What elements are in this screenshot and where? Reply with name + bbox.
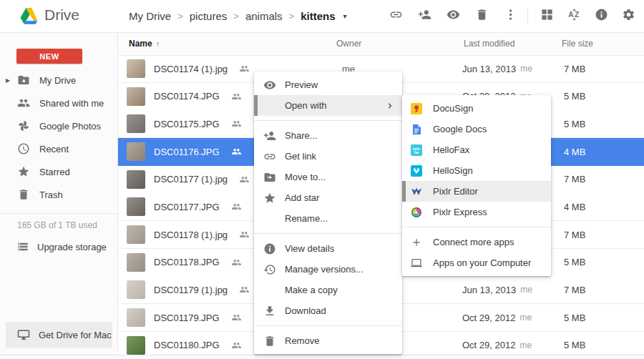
- menu-divider: [254, 233, 402, 234]
- menu-item-hellosign[interactable]: HelloSign: [402, 160, 551, 181]
- menu-item-label: Make a copy: [285, 285, 338, 295]
- breadcrumb-separator: >: [177, 11, 183, 21]
- info-button[interactable]: [587, 0, 615, 32]
- file-thumbnail: [127, 142, 145, 161]
- history-icon: [263, 263, 276, 276]
- grid-view-button[interactable]: [533, 0, 560, 32]
- sidebar-item-google-photos[interactable]: Google Photos: [0, 114, 117, 137]
- file-last-modified: Jun 13, 2013me: [462, 276, 532, 303]
- file-name: DSC01179 (1).jpg: [154, 285, 228, 295]
- sidebar-items: ▶My DriveShared with meGoogle PhotosRece…: [0, 69, 117, 206]
- menu-item-make-a-copy[interactable]: Make a copy: [254, 280, 402, 300]
- file-thumbnail: [127, 170, 145, 189]
- column-header-last-modified[interactable]: Last modified: [464, 32, 514, 55]
- file-size: 4 MB: [564, 193, 585, 220]
- info-icon: [595, 8, 608, 24]
- file-name-cell: DSC01179.JPG: [154, 304, 242, 331]
- menu-item-view-details[interactable]: View details: [254, 238, 402, 259]
- file-size: 7 MB: [564, 166, 585, 193]
- expand-arrow-icon[interactable]: ▶: [6, 77, 10, 84]
- column-header-owner[interactable]: Owner: [336, 32, 361, 55]
- menu-item-label: HelloSign: [433, 165, 473, 176]
- column-header-file-size[interactable]: File size: [562, 32, 593, 55]
- menu-item-connect-more-apps[interactable]: Connect more apps: [402, 232, 551, 252]
- breadcrumb-item[interactable]: pictures: [190, 10, 228, 22]
- clock-icon: [17, 142, 30, 155]
- folder-dropdown-caret-icon[interactable]: ▾: [343, 12, 347, 20]
- modified-by: me: [519, 313, 532, 323]
- people-icon: [17, 97, 30, 109]
- column-header-name[interactable]: Name ↑: [129, 32, 160, 55]
- shared-people-icon: [231, 202, 242, 212]
- menu-item-docusign[interactable]: DocuSign: [402, 98, 551, 119]
- icon-spacer: [263, 99, 276, 112]
- breadcrumb-separator: >: [233, 11, 239, 21]
- person-add-button[interactable]: [410, 0, 439, 32]
- file-name-cell: DSC01176.JPG: [154, 138, 242, 165]
- file-name: DSC01180.JPG: [154, 340, 220, 350]
- hellofax-icon: hellofax: [411, 144, 422, 156]
- new-button[interactable]: NEW: [16, 49, 82, 64]
- star-icon: [17, 165, 30, 178]
- file-name-cell: DSC01177 (1).jpg: [154, 166, 250, 193]
- menu-item-get-link[interactable]: Get link: [254, 146, 402, 167]
- sidebar-item-upgrade-storage[interactable]: Upgrade storage: [0, 235, 117, 258]
- breadcrumb-item[interactable]: animals: [245, 10, 283, 22]
- menu-item-apps-on-your-computer[interactable]: Apps on your Computer: [402, 252, 551, 273]
- person-add-icon: [418, 8, 431, 24]
- breadcrumb-current-folder[interactable]: kittens: [301, 10, 335, 22]
- sidebar-item-recent[interactable]: Recent: [0, 137, 117, 160]
- menu-item-open-with[interactable]: Open with: [254, 95, 402, 116]
- info-icon: [263, 242, 276, 255]
- menu-item-remove[interactable]: Remove: [254, 330, 402, 351]
- file-size: 5 MB: [564, 83, 585, 110]
- storage-usage-text: 165 GB of 1 TB used: [17, 220, 97, 230]
- sidebar-item-starred[interactable]: Starred: [0, 160, 117, 183]
- file-size: 5 MB: [564, 304, 585, 331]
- settings-button[interactable]: [615, 0, 642, 32]
- menu-item-download[interactable]: Download: [254, 300, 402, 321]
- menu-item-label: DocuSign: [433, 103, 473, 114]
- more-vert-button[interactable]: [496, 0, 525, 32]
- file-thumbnail: [127, 59, 145, 78]
- shared-people-icon: [231, 313, 242, 323]
- get-drive-button[interactable]: Get Drive for Mac: [6, 322, 112, 348]
- trash-icon: [263, 335, 276, 348]
- file-name: DSC01176.JPG: [154, 147, 220, 157]
- modified-by: me: [519, 340, 532, 350]
- file-size: 4 MB: [564, 138, 585, 165]
- svg-text:Z: Z: [574, 11, 578, 19]
- file-thumbnail: [127, 114, 145, 133]
- menu-item-share[interactable]: Share...: [254, 125, 402, 146]
- eye-button[interactable]: [439, 0, 467, 32]
- menu-item-manage-versions[interactable]: Manage versions...: [254, 259, 402, 280]
- google-docs-icon: [411, 124, 422, 135]
- sidebar-item-trash[interactable]: Trash: [0, 183, 117, 206]
- file-thumbnail: [127, 87, 145, 106]
- menu-item-preview[interactable]: Preview: [254, 74, 402, 95]
- menu-divider: [254, 120, 402, 121]
- sidebar-item-label: Recent: [39, 144, 69, 154]
- hellosign-icon: [411, 165, 422, 177]
- file-name: DSC01179.JPG: [154, 313, 220, 323]
- link-button[interactable]: [381, 0, 410, 32]
- menu-item-pixlr-express[interactable]: Pixlr Express: [402, 202, 551, 222]
- sort-az-button[interactable]: AZ: [560, 0, 587, 32]
- menu-item-move-to[interactable]: Move to...: [254, 167, 402, 187]
- docusign-icon: [411, 103, 422, 114]
- menu-item-hellofax[interactable]: hellofaxHelloFax: [402, 139, 551, 160]
- sidebar: NEW ▶My DriveShared with meGoogle Photos…: [0, 32, 118, 359]
- google-drive-app: Drive My Drive>pictures>animals>kittens▾…: [0, 0, 644, 359]
- sort-ascending-icon: ↑: [156, 39, 160, 48]
- sidebar-item-my-drive[interactable]: ▶My Drive: [0, 69, 117, 92]
- breadcrumb-item[interactable]: My Drive: [129, 10, 171, 22]
- menu-item-add-star[interactable]: Add star: [254, 187, 402, 208]
- file-last-modified: Jun 13, 2013me: [462, 55, 532, 82]
- menu-item-google-docs[interactable]: Google Docs: [402, 119, 551, 139]
- menu-item-pixlr-editor[interactable]: Pixlr Editor: [402, 181, 551, 202]
- menu-item-label: View details: [285, 243, 334, 254]
- trash-button[interactable]: [467, 0, 496, 32]
- shared-people-icon: [231, 119, 242, 129]
- sidebar-item-shared-with-me[interactable]: Shared with me: [0, 92, 117, 114]
- menu-item-rename[interactable]: Rename...: [254, 208, 402, 229]
